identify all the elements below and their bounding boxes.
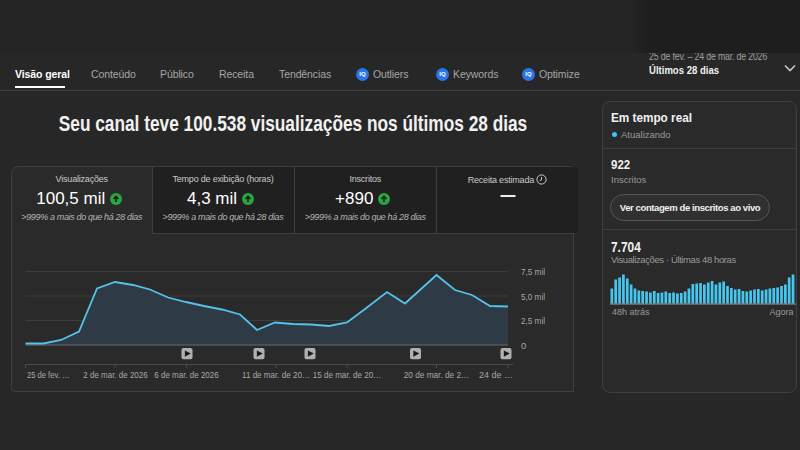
svg-text:2,5 mil: 2,5 mil (521, 315, 545, 326)
svg-text:0: 0 (521, 340, 526, 351)
svg-text:5,0 mil: 5,0 mil (521, 291, 545, 302)
svg-text:15 de mar. de 20…: 15 de mar. de 20… (313, 369, 382, 380)
svg-text:2 de mar. de 2026: 2 de mar. de 2026 (83, 369, 147, 380)
svg-text:11 de mar. de 20…: 11 de mar. de 20… (242, 369, 310, 380)
svg-text:25 de fev. …: 25 de fev. … (27, 369, 69, 380)
svg-text:24 de …: 24 de … (479, 370, 513, 380)
svg-text:7,5 mil: 7,5 mil (521, 266, 545, 277)
svg-text:20 de mar. de 2…: 20 de mar. de 2… (404, 369, 470, 380)
svg-text:6 de mar. de 2026: 6 de mar. de 2026 (154, 369, 218, 380)
